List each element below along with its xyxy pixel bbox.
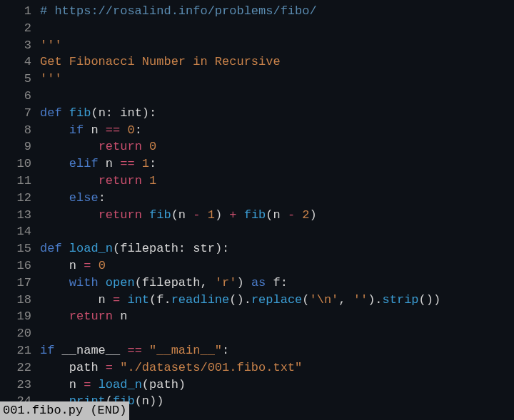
code-line[interactable]: 2	[0, 20, 514, 37]
code-line[interactable]: 11 return 1	[0, 173, 514, 190]
code-line[interactable]: 15def load_n(filepath: str):	[0, 240, 514, 257]
line-number: 4	[0, 53, 40, 71]
code-content[interactable]: # https://rosalind.info/problems/fibo/	[40, 3, 514, 20]
code-content[interactable]: '''	[40, 37, 514, 54]
code-content[interactable]: return fib(n - 1) + fib(n - 2)	[40, 207, 514, 224]
code-line[interactable]: 4Get Fibonacci Number in Recursive	[0, 53, 514, 71]
token-keyword-blue: elif	[69, 157, 99, 170]
code-content[interactable]: with open(filepath, 'r') as f:	[40, 275, 514, 292]
token-ident: n	[273, 208, 288, 222]
code-line[interactable]: 16 n = 0	[0, 257, 514, 275]
token-number: 1	[142, 157, 149, 170]
token-op: =	[84, 259, 91, 272]
token-ident	[40, 309, 69, 323]
line-number: 8	[0, 122, 40, 139]
code-line[interactable]: 14	[0, 223, 514, 240]
code-content[interactable]: def load_n(filepath: str):	[40, 240, 514, 257]
code-line[interactable]: 20	[0, 325, 514, 342]
token-ident: n	[40, 259, 84, 272]
code-content[interactable]: Get Fibonacci Number in Recursive	[40, 53, 514, 71]
token-punct: (	[135, 394, 142, 408]
pager-status: 001.fibo.py (END)	[0, 401, 129, 420]
code-editor[interactable]: 1# https://rosalind.info/problems/fibo/2…	[0, 0, 514, 413]
line-number: 15	[0, 240, 40, 257]
token-keyword: return	[69, 309, 113, 323]
line-number: 9	[0, 138, 40, 155]
line-number: 17	[0, 275, 40, 292]
token-ident: n	[84, 123, 106, 137]
code-content[interactable]	[40, 88, 514, 105]
code-content[interactable]: '''	[40, 71, 514, 88]
token-punct: (	[113, 242, 120, 255]
token-ident	[40, 191, 69, 205]
token-ident: n	[142, 394, 149, 408]
token-keyword-blue: def	[40, 106, 69, 120]
token-ident: f	[266, 276, 280, 290]
code-line[interactable]: 9 return 0	[0, 138, 514, 155]
token-ident: f	[156, 293, 163, 307]
code-content[interactable]	[40, 223, 514, 240]
code-line[interactable]: 3'''	[0, 37, 514, 54]
code-line[interactable]: 13 return fib(n - 1) + fib(n - 2)	[0, 207, 514, 224]
token-ident	[40, 174, 99, 188]
token-op: ==	[120, 157, 134, 170]
code-content[interactable]: def fib(n: int):	[40, 105, 514, 122]
token-func: fib	[149, 208, 171, 222]
token-number: 0	[149, 140, 156, 153]
line-number: 11	[0, 173, 40, 190]
token-ident	[40, 157, 69, 170]
code-line[interactable]: 17 with open(filepath, 'r') as f:	[0, 275, 514, 292]
token-func: replace	[251, 293, 302, 307]
line-number: 5	[0, 71, 40, 88]
line-number: 3	[0, 37, 40, 54]
code-line[interactable]: 8 if n == 0:	[0, 122, 514, 139]
code-line[interactable]: 6	[0, 88, 514, 105]
token-comment: # https://rosalind.info/problems/fibo/	[40, 4, 317, 18]
code-content[interactable]	[40, 20, 514, 37]
token-keyword: return	[99, 174, 142, 188]
token-op: ==	[127, 344, 141, 357]
token-ident	[40, 208, 99, 222]
line-number: 21	[0, 342, 40, 359]
code-line[interactable]: 22 path = "./datasets/001.fibo.txt"	[0, 359, 514, 377]
token-func: fib	[69, 106, 91, 120]
token-punct: ).	[368, 293, 382, 307]
code-content[interactable]	[40, 325, 514, 342]
token-punct: ):	[215, 242, 229, 255]
line-number: 1	[0, 3, 40, 20]
token-punct: (	[149, 293, 156, 307]
code-content[interactable]: if __name__ == "__main__":	[40, 342, 514, 359]
token-keyword-blue: def	[40, 242, 69, 255]
code-content[interactable]: path = "./datasets/001.fibo.txt"	[40, 359, 514, 377]
token-string: Get Fibonacci Number in Recursive	[40, 55, 281, 68]
line-number: 18	[0, 292, 40, 309]
code-line[interactable]: 7def fib(n: int):	[0, 105, 514, 122]
code-line[interactable]: 5'''	[0, 71, 514, 88]
token-func: fib	[244, 208, 266, 222]
code-line[interactable]: 12 else:	[0, 190, 514, 207]
code-line[interactable]: 21if __name__ == "__main__":	[0, 342, 514, 359]
code-content[interactable]: n = 0	[40, 257, 514, 275]
code-line[interactable]: 23 n = load_n(path)	[0, 377, 514, 394]
code-content[interactable]: return n	[40, 308, 514, 325]
code-line[interactable]: 1# https://rosalind.info/problems/fibo/	[0, 3, 514, 20]
code-content[interactable]: else:	[40, 190, 514, 207]
code-content[interactable]: elif n == 1:	[40, 155, 514, 173]
code-content[interactable]: if n == 0:	[40, 122, 514, 139]
token-ident	[99, 276, 106, 290]
token-punct: :	[281, 276, 288, 290]
token-punct: )	[310, 208, 317, 222]
code-content[interactable]: n = int(f.readline().replace('\n', '').s…	[40, 292, 514, 309]
code-content[interactable]: n = load_n(path)	[40, 377, 514, 394]
code-line[interactable]: 10 elif n == 1:	[0, 155, 514, 173]
code-content[interactable]: return 0	[40, 138, 514, 155]
token-op: -	[288, 208, 295, 222]
code-content[interactable]: return 1	[40, 173, 514, 190]
token-ident	[142, 344, 149, 357]
token-ident: n	[40, 378, 84, 391]
token-ident	[120, 293, 127, 307]
line-number: 10	[0, 155, 40, 173]
token-punct: ())	[419, 293, 441, 307]
code-line[interactable]: 19 return n	[0, 308, 514, 325]
code-line[interactable]: 18 n = int(f.readline().replace('\n', ''…	[0, 292, 514, 309]
